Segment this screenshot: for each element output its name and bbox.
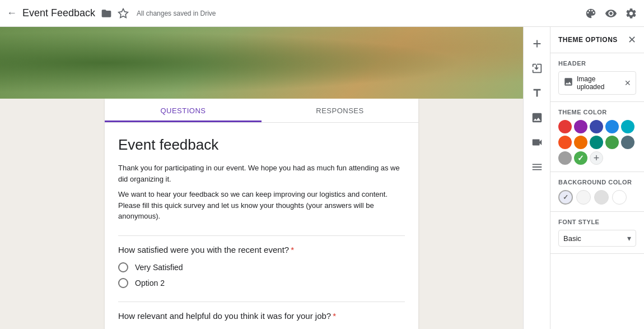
color-swatch-blue[interactable]: [605, 120, 619, 133]
form-desc2: We want to hear your feedback so we can …: [118, 189, 405, 222]
header-image-overlay: [0, 27, 523, 99]
main-area: QUESTIONS RESPONSES Event feedback Thank…: [0, 27, 644, 329]
radio-circle-1: [118, 262, 128, 272]
color-swatch-red[interactable]: [558, 120, 572, 133]
main-toolbar: ← Event Feedback All changes saved in Dr…: [0, 0, 644, 27]
form-content-wrapper: QUESTIONS RESPONSES Event feedback Thank…: [0, 99, 523, 329]
palette-icon[interactable]: [585, 7, 597, 20]
color-swatch-grey[interactable]: [558, 151, 572, 165]
bg-swatch-white[interactable]: [612, 190, 627, 205]
add-image-button[interactable]: [527, 108, 547, 128]
image-uploaded-text: Image uploaded: [577, 75, 621, 91]
color-swatch-lightgreen-selected[interactable]: [574, 151, 587, 165]
add-section-button[interactable]: [527, 157, 547, 177]
image-uploaded-box: Image uploaded ✕: [558, 71, 636, 95]
font-style-value: Basic: [563, 234, 627, 243]
radio-circle-2: [118, 278, 128, 288]
theme-panel-close-button[interactable]: ✕: [628, 34, 636, 46]
form-tabs: QUESTIONS RESPONSES: [105, 99, 418, 123]
import-question-button[interactable]: [527, 58, 547, 78]
form-area: QUESTIONS RESPONSES Event feedback Thank…: [0, 27, 523, 329]
q1-option2[interactable]: Option 2: [118, 278, 405, 288]
tab-questions[interactable]: QUESTIONS: [105, 99, 262, 122]
star-icon[interactable]: [118, 8, 129, 19]
question-1-section: How satisfied were you with the recent e…: [118, 235, 405, 288]
theme-panel: THEME OPTIONS ✕ HEADER Image uploaded ✕ …: [550, 27, 644, 329]
bg-swatch-1[interactable]: [576, 190, 591, 205]
bg-swatch-selected[interactable]: [558, 190, 573, 205]
q1-option1[interactable]: Very Satisfied: [118, 262, 405, 272]
add-video-button[interactable]: [527, 132, 547, 152]
right-toolbar: [523, 27, 550, 329]
form-card: QUESTIONS RESPONSES Event feedback Thank…: [105, 99, 418, 329]
q1-option2-label: Option 2: [135, 279, 165, 288]
theme-panel-header: THEME OPTIONS ✕: [550, 27, 644, 53]
bg-color-section: BACKGROUND COLOR: [550, 172, 644, 212]
question-1-title: How satisfied were you with the recent e…: [118, 245, 405, 254]
form-body: Event feedback Thank you for participati…: [105, 123, 418, 329]
preview-icon[interactable]: [605, 7, 617, 20]
color-swatch-amber[interactable]: [574, 136, 587, 149]
image-remove-button[interactable]: ✕: [624, 78, 631, 87]
color-swatch-orange[interactable]: [558, 136, 572, 149]
back-button[interactable]: ←: [7, 7, 17, 19]
form-main-title: Event feedback: [118, 136, 405, 154]
font-style-dropdown[interactable]: Basic ▾: [558, 230, 636, 247]
theme-header-section: HEADER Image uploaded ✕: [550, 53, 644, 102]
color-swatch-purple[interactable]: [574, 120, 587, 133]
image-file-icon: [563, 77, 573, 89]
add-color-button[interactable]: +: [590, 151, 603, 165]
q1-option1-label: Very Satisfied: [135, 263, 183, 272]
form-title-toolbar: Event Feedback: [22, 7, 95, 19]
bg-color-grid: [558, 190, 636, 205]
tab-responses[interactable]: RESPONSES: [262, 99, 418, 122]
add-question-button[interactable]: [527, 34, 547, 54]
theme-color-grid: +: [558, 120, 636, 165]
font-style-section: FONT STYLE Basic ▾: [550, 212, 644, 254]
font-style-arrow-icon: ▾: [627, 234, 631, 243]
autosave-text: All changes saved in Drive: [137, 10, 216, 17]
theme-color-label: THEME COLOR: [558, 109, 636, 115]
question-2-title: How relevant and helpful do you think it…: [118, 311, 405, 321]
bg-color-label: BACKGROUND COLOR: [558, 179, 636, 186]
color-swatch-bluegrey[interactable]: [621, 136, 634, 149]
folder-icon[interactable]: [101, 8, 112, 19]
bg-swatch-2[interactable]: [594, 190, 609, 205]
theme-panel-title: THEME OPTIONS: [558, 36, 618, 44]
color-swatch-teal[interactable]: [590, 136, 603, 149]
theme-color-section: THEME COLOR +: [550, 102, 644, 172]
color-swatch-indigo[interactable]: [590, 120, 603, 133]
color-swatch-cyan[interactable]: [621, 120, 634, 133]
header-image: [0, 27, 523, 99]
settings-icon[interactable]: [625, 7, 637, 20]
font-style-label: FONT STYLE: [558, 219, 636, 225]
svg-marker-0: [119, 8, 128, 17]
color-swatch-green[interactable]: [605, 136, 619, 149]
toolbar-right: [585, 7, 637, 20]
form-desc1: Thank you for participating in our event…: [118, 163, 405, 184]
add-title-button[interactable]: [527, 83, 547, 103]
theme-header-label: HEADER: [558, 60, 636, 67]
question-2-section: How relevant and helpful do you think it…: [118, 302, 405, 330]
